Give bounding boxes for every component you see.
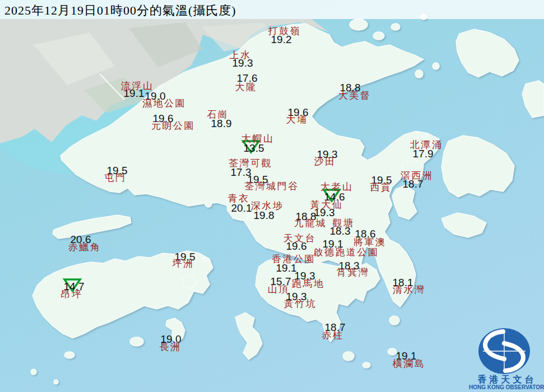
station-name: 大老山 [320,182,354,192]
station-temp: 13.5 [244,143,264,153]
station-name: 赤鱲角 [68,242,101,252]
station-name: 赤柱 [322,330,344,340]
station-name: 昂坪 [61,290,83,299]
page-title: 2025年12月19日01時00分的氣溫(攝氏度) [4,2,236,19]
station-name: 大埔 [286,115,308,124]
station-name: 打鼓嶺 [268,26,301,36]
station-name: 屯門 [105,173,127,183]
station-name: 觀塘 [333,218,355,228]
station-name: 啟德跑道公園 [314,248,379,257]
station-name: 沙田 [314,157,336,166]
station-name: 石崗 [207,110,229,119]
station-name: 大隴 [235,82,257,92]
temperature-map-app: 19.2打鼓嶺19.3上水17.6大隴19.1流浮山19.0濕地公園19.6元朗… [0,0,544,392]
station-name: 滘西洲 [401,171,434,180]
station-name: 上水 [230,50,252,60]
station-name: 濕地公園 [142,99,186,108]
station-name: 流浮山 [121,81,154,91]
station-name: 筲箕灣 [337,268,370,277]
station-name: 長洲 [160,342,182,352]
station-name: 荃灣城門谷 [244,181,299,191]
station-name: 黃竹坑 [284,299,317,309]
station-name: 元朗公園 [151,121,195,130]
hko-logo: 香港天文台 HONG KONG OBSERVATORY [473,325,541,391]
station-label-layer: 19.2打鼓嶺19.3上水17.6大隴19.1流浮山19.0濕地公園19.6元朗… [0,0,544,392]
station-name: 深水埗 [251,201,284,211]
logo-name-en: HONG KONG OBSERVATORY [469,384,544,390]
station-name: 跑馬地 [292,279,325,288]
station-temp: 20.1 [231,203,252,213]
station-name: 九龍城 [294,218,327,228]
station-name: 黃大仙 [310,200,343,209]
station-name: 荃灣可觀 [229,158,272,168]
station-name: 橫瀾島 [393,359,426,368]
station-name: 坪洲 [173,259,194,268]
station-name: 天文台 [283,234,317,243]
station-name: 青衣 [228,194,250,203]
station-name: 大帽山 [241,134,275,143]
station-name: 大美督 [338,91,371,100]
station-temp: 19.8 [254,210,275,221]
station-name: 香港公園 [272,254,315,264]
station-name: 西貢 [370,183,392,192]
station-name: 北潭涌 [410,140,443,150]
station-name: 將軍澳 [354,237,387,247]
station-name: 清水灣 [393,285,426,295]
